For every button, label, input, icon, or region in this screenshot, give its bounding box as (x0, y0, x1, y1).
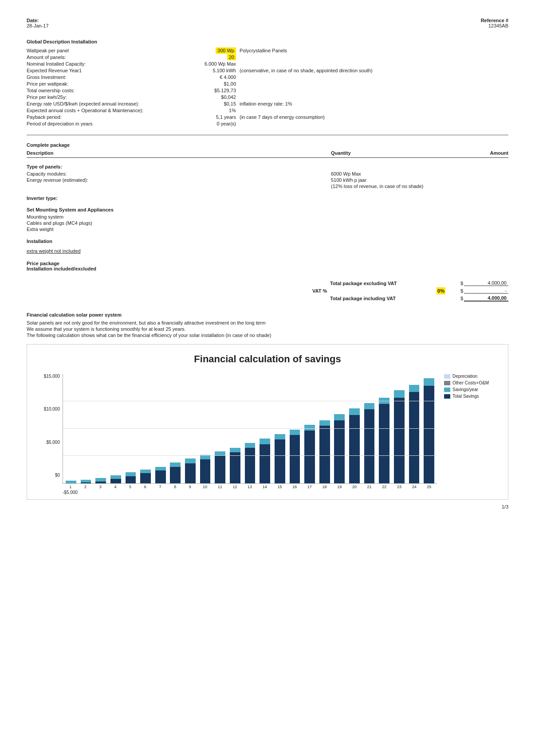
row-value: $1,00 (177, 80, 240, 87)
pkg-section: Inverter type: (27, 196, 508, 201)
financial-text-line: The following calculation shows what can… (27, 333, 508, 338)
bar-total-savings (334, 420, 345, 483)
x-label: 18 (318, 485, 332, 489)
global-row: Expected annual costs + Operational & Ma… (27, 107, 508, 114)
bar-group (347, 374, 362, 483)
extra-weight-note: extra weight not included (27, 248, 508, 254)
incl-amount: 4.000,00 (464, 295, 508, 302)
reference-section: Reference # 12345AB (481, 18, 508, 28)
bar-total-savings (394, 398, 405, 483)
bar-savings-year (155, 467, 166, 470)
x-label: 2 (79, 485, 93, 489)
bar-savings-year (364, 403, 375, 409)
vat-amount: - (464, 288, 508, 294)
bar-total-savings (200, 459, 211, 483)
bar-group (273, 374, 287, 483)
row-extra (240, 80, 508, 87)
global-title: Global Description Installation (27, 39, 508, 44)
chart-area: $15.000 $10.000 $5.000 $0 (36, 374, 499, 495)
grid-line-25 (63, 455, 437, 456)
vat-value[interactable]: 0% (437, 287, 445, 294)
bar-group (228, 374, 242, 483)
legend-item: Savings/year (444, 387, 499, 392)
bar-total-savings (379, 404, 389, 483)
bar-total-savings (304, 431, 315, 483)
bar-group (198, 374, 212, 483)
x-label: 6 (138, 485, 152, 489)
global-row: Total ownership costs:$5.129,73 (27, 87, 508, 94)
bar-group (288, 374, 302, 483)
legend-item: Depreciation (444, 374, 499, 379)
grid-line-50 (63, 428, 437, 429)
pkg-sections: Type of panels:Capacity modules:6000 Wp … (27, 164, 508, 244)
bar-savings-year (245, 443, 256, 447)
bar-total-savings (170, 467, 181, 483)
pkg-row-qty (322, 220, 455, 226)
global-info-table: Wattpeak per panel300 WpPolycrystalline … (27, 47, 508, 127)
bar-inner (153, 374, 168, 483)
global-row: Nominal Installed Capacity:6.000 Wp Max (27, 60, 508, 67)
bar-group (407, 374, 421, 483)
bar-group (109, 374, 123, 483)
pkg-row: (12% loss of revenue, in case of no shad… (27, 183, 508, 189)
legend-label: Depreciation (452, 374, 477, 379)
total-incl-row: Total package including VAT $ 4.000,00 (27, 295, 508, 302)
bar-group (318, 374, 332, 483)
bar-savings-year (95, 478, 106, 482)
pkg-row-amt (455, 227, 508, 232)
bar-savings-year (290, 430, 300, 435)
pkg-row-desc: Mounting system (27, 214, 322, 219)
x-label: 23 (392, 485, 406, 489)
x-label: 5 (123, 485, 138, 489)
x-label: 12 (228, 485, 242, 489)
legend-label: Savings/year (452, 387, 478, 392)
bar-savings-year (275, 434, 285, 439)
global-row: Expected Revenue Year15.100 kWh(conserva… (27, 67, 508, 74)
bar-savings-year (349, 408, 360, 415)
bar-total-savings (126, 476, 136, 483)
global-row: Price per kwh/25y:$0,042 (27, 94, 508, 100)
pkg-section-title: Installation (27, 239, 508, 244)
row-label: Expected Revenue Year1 (27, 67, 177, 74)
bar-savings-year (304, 425, 315, 430)
bar-savings-year (424, 378, 434, 385)
pkg-section: Type of panels:Capacity modules:6000 Wp … (27, 164, 508, 189)
x-label: 7 (153, 485, 167, 489)
legend-color-box (444, 381, 450, 385)
row-value: 6.000 Wp Max (177, 60, 240, 67)
bar-savings-year (170, 462, 181, 467)
highlighted-value: 300 Wp (216, 47, 236, 54)
row-label: Gross Investment: (27, 74, 177, 80)
global-description-section: Global Description Installation Wattpeak… (27, 39, 508, 127)
bar-group (79, 374, 93, 483)
bar-inner (64, 374, 78, 483)
complete-pkg-title: Complete package (27, 142, 508, 148)
bar-savings-year (126, 472, 136, 476)
row-extra: (conservative, in case of no shade, appo… (240, 67, 508, 74)
bar-group (258, 374, 272, 483)
chart-inner: $15.000 $10.000 $5.000 $0 (36, 374, 437, 495)
pkg-table-header: Description Quantity Amount (27, 150, 508, 158)
pkg-row: Extra weight (27, 226, 508, 232)
x-label: 15 (273, 485, 287, 489)
bars-area: 1234567891011121314151617181920212223242… (63, 374, 437, 489)
bar-group (392, 374, 406, 483)
bar-total-savings (110, 479, 121, 483)
row-extra: (in case 7 days of energy consumption) (240, 114, 508, 120)
pkg-row-amt (455, 171, 508, 176)
global-row: Energy rate USD/$/kwh (expected annual i… (27, 100, 508, 107)
legend-color-box (444, 388, 450, 392)
x-label: 9 (183, 485, 197, 489)
x-labels-row: 1234567891011121314151617181920212223242… (63, 484, 437, 489)
bar-inner (109, 374, 123, 483)
row-extra: Polycrystalline Panels (240, 47, 508, 54)
excl-amount: 4.000,00 (464, 280, 508, 286)
row-value: $5.129,73 (177, 87, 240, 94)
bar-group (153, 374, 168, 483)
bar-total-savings (290, 435, 300, 483)
y-label-15k: $15.000 (44, 374, 60, 379)
bar-inner (333, 374, 347, 483)
bar-savings-year (409, 385, 420, 392)
bar-savings-year (319, 420, 330, 426)
pkg-row-desc (27, 184, 322, 189)
